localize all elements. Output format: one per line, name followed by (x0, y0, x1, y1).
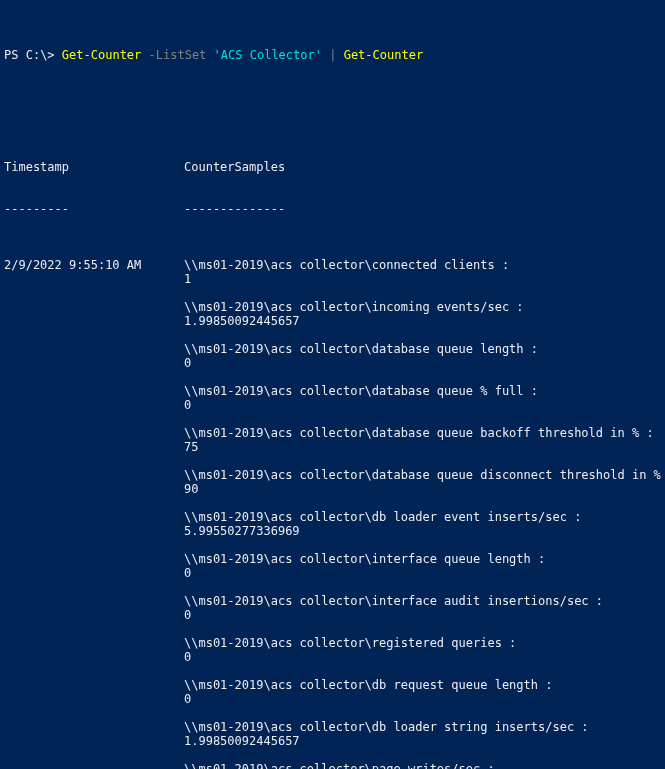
counter-value: 0 (184, 650, 661, 664)
counter-path: \\ms01-2019\acs collector\incoming event… (184, 300, 661, 314)
counter-value: 0 (184, 398, 661, 412)
counter-path: \\ms01-2019\acs collector\database queue… (184, 342, 661, 356)
timestamp-cell-empty (4, 608, 184, 622)
counter-value: 1.99850092445657 (184, 314, 661, 328)
counter-path: \\ms01-2019\acs collector\db loader even… (184, 510, 661, 524)
timestamp-cell-empty (4, 356, 184, 370)
timestamp-cell (4, 720, 184, 734)
counter-value: 75 (184, 440, 661, 454)
counter-path: \\ms01-2019\acs collector\page writes/se… (184, 762, 661, 769)
counter-value-row: 1.99850092445657 (4, 734, 661, 748)
counter-value: 90 (184, 482, 661, 496)
header-countersamples-dash: -------------- (184, 202, 661, 216)
prompt-ps: PS (4, 48, 18, 62)
counter-value-row: 0 (4, 608, 661, 622)
blank-line (4, 104, 661, 118)
counter-sample-row: \\ms01-2019\acs collector\interface queu… (4, 552, 661, 566)
blank-line (4, 622, 661, 636)
counter-value-row: 0 (4, 566, 661, 580)
counter-value-row: 0 (4, 692, 661, 706)
timestamp-cell (4, 342, 184, 356)
timestamp-cell (4, 594, 184, 608)
counter-value: 1 (184, 272, 661, 286)
counter-value: 0 (184, 356, 661, 370)
counter-value: 1.99850092445657 (184, 734, 661, 748)
timestamp-cell-empty (4, 440, 184, 454)
timestamp-cell-empty (4, 398, 184, 412)
blank-line (4, 664, 661, 678)
counter-value-row: 0 (4, 650, 661, 664)
timestamp-cell (4, 510, 184, 524)
arg-acs-collector: 'ACS Collector' (214, 48, 322, 62)
header-separator: ----------------------- (4, 202, 661, 216)
counter-sample-row: \\ms01-2019\acs collector\database queue… (4, 426, 661, 440)
timestamp-cell-empty (4, 314, 184, 328)
timestamp-cell-empty (4, 566, 184, 580)
timestamp-cell (4, 384, 184, 398)
timestamp-cell-empty (4, 482, 184, 496)
counter-sample-row: \\ms01-2019\acs collector\registered que… (4, 636, 661, 650)
blank-line (4, 496, 661, 510)
timestamp-cell (4, 762, 184, 769)
counter-sample-row: \\ms01-2019\acs collector\database queue… (4, 384, 661, 398)
header-countersamples: CounterSamples (184, 160, 661, 174)
counter-value-row: 75 (4, 440, 661, 454)
counter-sample-row: \\ms01-2019\acs collector\interface audi… (4, 594, 661, 608)
timestamp-cell (4, 636, 184, 650)
timestamp-cell (4, 468, 184, 482)
counter-sample-row: \\ms01-2019\acs collector\incoming event… (4, 300, 661, 314)
output-block: 2/9/2022 9:55:10 AM\\ms01-2019\acs colle… (4, 258, 661, 769)
param-listset: -ListSet (149, 48, 207, 62)
timestamp-cell (4, 300, 184, 314)
blank-line (4, 454, 661, 468)
blank-line (4, 286, 661, 300)
counter-path: \\ms01-2019\acs collector\connected clie… (184, 258, 661, 272)
cmdlet-get-counter-2: Get-Counter (344, 48, 423, 62)
counter-value: 0 (184, 692, 661, 706)
counter-sample-row: \\ms01-2019\acs collector\page writes/se… (4, 762, 661, 769)
counter-sample-row: \\ms01-2019\acs collector\database queue… (4, 468, 661, 482)
counter-value: 0 (184, 566, 661, 580)
counter-sample-row: \\ms01-2019\acs collector\db request que… (4, 678, 661, 692)
header-timestamp-dash: --------- (4, 202, 184, 216)
counter-path: \\ms01-2019\acs collector\interface audi… (184, 594, 661, 608)
counter-value-row: 1 (4, 272, 661, 286)
prompt-line: PS C:\> Get-Counter -ListSet 'ACS Collec… (4, 48, 661, 62)
counter-value-row: 5.99550277336969 (4, 524, 661, 538)
counter-value-row: 1.99850092445657 (4, 314, 661, 328)
timestamp-cell (4, 678, 184, 692)
blank-line (4, 748, 661, 762)
counter-sample-row: \\ms01-2019\acs collector\database queue… (4, 342, 661, 356)
prompt-path: C:\> (26, 48, 55, 62)
counter-value: 0 (184, 608, 661, 622)
counter-sample-row: \\ms01-2019\acs collector\db loader even… (4, 510, 661, 524)
timestamp-cell-empty (4, 650, 184, 664)
timestamp-cell-empty (4, 272, 184, 286)
counter-sample-row: \\ms01-2019\acs collector\db loader stri… (4, 720, 661, 734)
counter-value-row: 0 (4, 398, 661, 412)
powershell-terminal[interactable]: PS C:\> Get-Counter -ListSet 'ACS Collec… (0, 0, 665, 769)
header-row: TimestampCounterSamples (4, 160, 661, 174)
counter-path: \\ms01-2019\acs collector\db request que… (184, 678, 661, 692)
blank-line (4, 580, 661, 594)
blank-line (4, 538, 661, 552)
timestamp-cell-empty (4, 734, 184, 748)
timestamp-cell (4, 426, 184, 440)
blank-line (4, 328, 661, 342)
timestamp-cell (4, 552, 184, 566)
counter-path: \\ms01-2019\acs collector\registered que… (184, 636, 661, 650)
counter-path: \\ms01-2019\acs collector\db loader stri… (184, 720, 661, 734)
blank-line (4, 706, 661, 720)
counter-path: \\ms01-2019\acs collector\database queue… (184, 384, 661, 398)
counter-value-row: 0 (4, 356, 661, 370)
blank-line (4, 370, 661, 384)
cmdlet-get-counter-1: Get-Counter (62, 48, 141, 62)
timestamp-cell-empty (4, 524, 184, 538)
timestamp-cell: 2/9/2022 9:55:10 AM (4, 258, 184, 272)
timestamp-cell-empty (4, 692, 184, 706)
blank-line (4, 412, 661, 426)
counter-value: 5.99550277336969 (184, 524, 661, 538)
header-timestamp: Timestamp (4, 160, 184, 174)
counter-path: \\ms01-2019\acs collector\interface queu… (184, 552, 661, 566)
counter-sample-row: 2/9/2022 9:55:10 AM\\ms01-2019\acs colle… (4, 258, 661, 272)
